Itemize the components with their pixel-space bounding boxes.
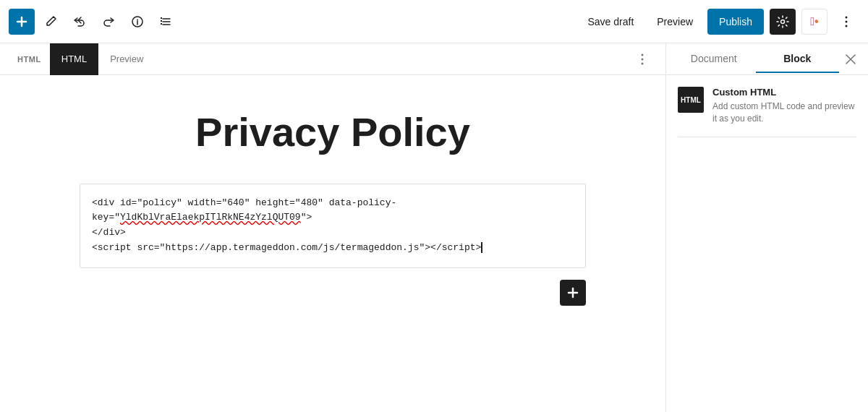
editor-area: HTML HTML Preview Privacy Policy <div id…	[0, 43, 665, 412]
svg-rect-1	[161, 17, 162, 19]
toolbar-right: Save draft Preview Publish 𝒤•	[579, 9, 859, 35]
info-button[interactable]	[124, 9, 150, 35]
sidebar: Document Block HTML Custom HTML Add cust…	[665, 43, 868, 412]
block-toolbar-more-button[interactable]	[631, 48, 654, 71]
svg-point-10	[642, 62, 644, 64]
more-vertical-icon	[845, 15, 848, 28]
toolbar-left	[9, 9, 576, 35]
list-view-icon	[160, 15, 173, 28]
settings-gear-icon	[776, 15, 789, 28]
html-line-3: <script src="https://app.termageddon.com…	[92, 242, 482, 253]
svg-point-5	[846, 16, 848, 18]
svg-point-6	[846, 20, 848, 22]
add-block-plus-icon	[566, 286, 579, 299]
redo-button[interactable]	[95, 9, 122, 35]
block-info: HTML Custom HTML Add custom HTML code an…	[678, 87, 856, 137]
publish-button[interactable]: Publish	[707, 9, 764, 35]
svg-point-8	[642, 53, 644, 56]
tools-button[interactable]	[38, 9, 64, 35]
block-tab[interactable]: Block	[756, 46, 840, 73]
add-block-button[interactable]	[9, 9, 35, 35]
settings-button[interactable]	[770, 9, 796, 35]
sidebar-content: HTML Custom HTML Add custom HTML code an…	[666, 75, 868, 149]
html-plain-label: HTML	[12, 55, 47, 64]
more-options-button[interactable]	[833, 9, 859, 35]
sidebar-close-button[interactable]	[839, 48, 862, 71]
block-toolbar: HTML HTML Preview	[0, 43, 665, 75]
block-info-text: Custom HTML Add custom HTML code and pre…	[712, 87, 856, 125]
pencil-icon	[44, 15, 57, 28]
add-block-container	[80, 268, 586, 317]
page-title: Privacy Policy	[80, 110, 586, 155]
document-tab[interactable]: Document	[672, 46, 756, 73]
redo-icon	[102, 15, 115, 28]
undo-icon	[73, 15, 86, 28]
text-cursor	[481, 242, 482, 253]
svg-point-4	[781, 20, 785, 23]
more-vertical-small-icon	[641, 53, 644, 66]
add-block-bottom-button[interactable]	[560, 280, 586, 306]
preview-tab[interactable]: Preview	[98, 43, 155, 75]
yoast-icon: 𝒤•	[810, 15, 818, 28]
svg-point-9	[642, 58, 644, 60]
editor-content: Privacy Policy <div id="policy" width="6…	[22, 75, 644, 352]
block-info-title: Custom HTML	[712, 87, 856, 98]
html-tab[interactable]: HTML	[50, 43, 98, 75]
close-icon	[846, 54, 856, 64]
policy-key: YldKblVraElaekpITlRkNE4zYzlQUT09	[120, 212, 301, 223]
sidebar-tabs: Document Block	[666, 43, 868, 75]
info-icon	[131, 15, 144, 28]
html-line-1: <div id="policy" width="640" height="480…	[92, 197, 396, 223]
block-icon-label: HTML	[681, 96, 701, 104]
save-draft-button[interactable]: Save draft	[579, 12, 642, 32]
svg-rect-2	[161, 20, 162, 22]
toolbar: Save draft Preview Publish 𝒤•	[0, 0, 868, 43]
block-info-icon: HTML	[678, 87, 704, 113]
main-layout: HTML HTML Preview Privacy Policy <div id…	[0, 43, 868, 412]
svg-point-7	[846, 25, 848, 27]
html-code-block[interactable]: <div id="policy" width="640" height="480…	[80, 184, 586, 268]
svg-rect-3	[161, 23, 162, 25]
list-view-button[interactable]	[153, 9, 179, 35]
html-line-2: </div>	[92, 227, 126, 238]
preview-button[interactable]: Preview	[648, 12, 702, 32]
undo-button[interactable]	[67, 9, 93, 35]
block-info-description: Add custom HTML code and preview it as y…	[712, 100, 856, 125]
plus-icon	[15, 15, 28, 28]
yoast-button[interactable]: 𝒤•	[801, 9, 827, 35]
